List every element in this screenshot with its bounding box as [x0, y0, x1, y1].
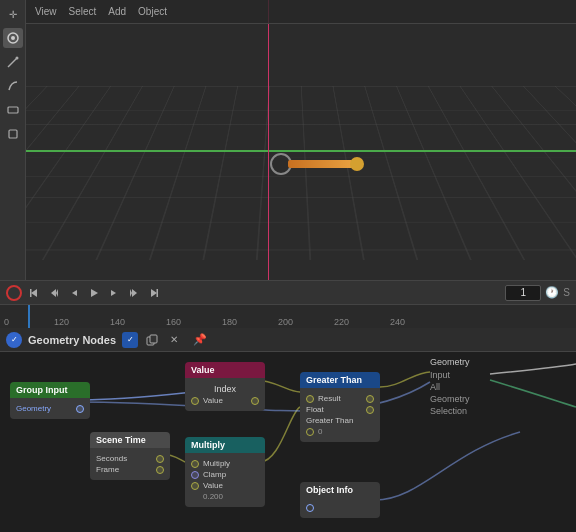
greater-than-header: Greater Than — [300, 372, 380, 388]
box-tool[interactable] — [3, 124, 23, 144]
play-button[interactable] — [86, 285, 102, 301]
scene-time-body: Seconds Frame — [90, 448, 170, 480]
sync-label: S — [563, 287, 570, 298]
move-tool[interactable] — [3, 28, 23, 48]
float-socket[interactable] — [366, 406, 374, 414]
svg-marker-11 — [91, 289, 98, 297]
bone-tip — [350, 157, 364, 171]
frame-socket[interactable] — [156, 466, 164, 474]
clamp-socket[interactable] — [191, 471, 199, 479]
record-button[interactable] — [6, 285, 22, 301]
index-label: Index — [214, 384, 236, 394]
viewport-3d[interactable]: ✛ V — [0, 0, 576, 280]
svg-rect-4 — [8, 107, 18, 113]
gt-in1-socket[interactable] — [306, 395, 314, 403]
timeline-ruler[interactable]: 0 120 140 160 180 200 220 240 — [0, 305, 576, 329]
measure-tool[interactable] — [3, 100, 23, 120]
node-canvas[interactable]: Group Input Geometry Scene Time Seconds … — [0, 352, 576, 532]
multiply-header: Multiply — [185, 437, 265, 453]
oi-in-socket[interactable] — [306, 504, 314, 512]
pin-button[interactable]: 📌 — [192, 332, 208, 348]
geometry-output-node: Geometry Input All Geometry Selection — [430, 357, 470, 416]
cursor-tool[interactable]: ✛ — [3, 4, 23, 24]
prev-keyframe-button[interactable] — [46, 285, 62, 301]
result-socket[interactable] — [366, 395, 374, 403]
ruler-mark-200: 200 — [278, 317, 293, 327]
close-button[interactable]: ✕ — [166, 332, 182, 348]
ruler-mark-0: 0 — [4, 317, 9, 327]
geometry-output-label: Geometry — [16, 404, 51, 413]
clamp-label: Clamp — [203, 470, 226, 479]
multiply-in1-socket[interactable] — [191, 460, 199, 468]
value-output-socket[interactable] — [251, 397, 259, 405]
multiply-node[interactable]: Multiply Multiply Clamp Value 0.200 — [185, 437, 265, 507]
node-editor-header: ✓ Geometry Nodes ✓ ✕ 📌 — [0, 328, 576, 352]
svg-marker-8 — [51, 289, 56, 297]
skip-to-end-button[interactable] — [146, 285, 162, 301]
object-info-body — [300, 498, 380, 518]
svg-marker-10 — [72, 290, 77, 296]
value-row-label: Value — [203, 481, 223, 490]
value-input-socket[interactable] — [191, 397, 199, 405]
seconds-socket[interactable] — [156, 455, 164, 463]
copy-node-button[interactable] — [144, 332, 160, 348]
shield-icon[interactable]: ✓ — [122, 332, 138, 348]
value-index-node[interactable]: Value Index Value — [185, 362, 265, 411]
multiply-label: Multiply — [203, 459, 230, 468]
viewport-grid — [0, 86, 576, 259]
svg-marker-9 — [56, 289, 58, 297]
greater-than-node[interactable]: Greater Than Result Float Greater Than 0 — [300, 372, 380, 442]
float-label: Float — [306, 405, 324, 414]
add-menu[interactable]: Add — [105, 5, 129, 18]
object-info-header: Object Info — [300, 482, 380, 498]
greater-than-body: Result Float Greater Than 0 — [300, 388, 380, 442]
axis-y-line — [268, 0, 269, 280]
multiply-val-socket[interactable] — [191, 482, 199, 490]
timeline-controls: 1 🕐 S — [0, 281, 576, 305]
current-frame-input[interactable]: 1 — [505, 285, 541, 301]
value-index-header: Value — [185, 362, 265, 378]
ruler-mark-180: 180 — [222, 317, 237, 327]
skip-to-start-button[interactable] — [26, 285, 42, 301]
frame-label: Frame — [96, 465, 119, 474]
bone-object — [270, 158, 360, 170]
node-editor[interactable]: ✓ Geometry Nodes ✓ ✕ 📌 — [0, 328, 576, 532]
object-info-node[interactable]: Object Info — [300, 482, 380, 518]
svg-line-2 — [8, 58, 17, 67]
ruler-mark-160: 160 — [166, 317, 181, 327]
multiply-body: Multiply Clamp Value 0.200 — [185, 453, 265, 507]
svg-point-3 — [15, 57, 18, 60]
viewport-header: View Select Add Object — [26, 0, 576, 24]
ruler-mark-120: 120 — [54, 317, 69, 327]
svg-rect-7 — [30, 289, 32, 297]
input-label: Input — [430, 370, 470, 380]
svg-marker-12 — [111, 290, 116, 296]
svg-rect-5 — [9, 130, 17, 138]
group-input-header: Group Input — [10, 382, 90, 398]
object-menu[interactable]: Object — [135, 5, 170, 18]
gt-label: Greater Than — [306, 416, 353, 425]
geometry-output-socket[interactable] — [76, 405, 84, 413]
svg-rect-18 — [150, 335, 157, 343]
draw-tool[interactable] — [3, 52, 23, 72]
scene-time-header: Scene Time — [90, 432, 170, 448]
selection-label: Selection — [430, 406, 470, 416]
select-menu[interactable]: Select — [66, 5, 100, 18]
playhead — [28, 305, 30, 329]
gt-val-socket[interactable] — [306, 428, 314, 436]
all-label: All — [430, 382, 470, 392]
next-keyframe-button[interactable] — [126, 285, 142, 301]
svg-marker-6 — [31, 289, 37, 297]
group-input-node[interactable]: Group Input Geometry — [10, 382, 90, 419]
ruler-mark-140: 140 — [110, 317, 125, 327]
timeline: 1 🕐 S 0 120 140 160 180 200 220 240 — [0, 280, 576, 328]
ruler-mark-240: 240 — [390, 317, 405, 327]
view-menu[interactable]: View — [32, 5, 60, 18]
svg-marker-13 — [130, 289, 132, 297]
next-frame-button[interactable] — [106, 285, 122, 301]
svg-point-1 — [11, 36, 15, 40]
annotate-tool[interactable] — [3, 76, 23, 96]
scene-time-node[interactable]: Scene Time Seconds Frame — [90, 432, 170, 480]
prev-frame-button[interactable] — [66, 285, 82, 301]
geometry-label2: Geometry — [430, 394, 470, 404]
